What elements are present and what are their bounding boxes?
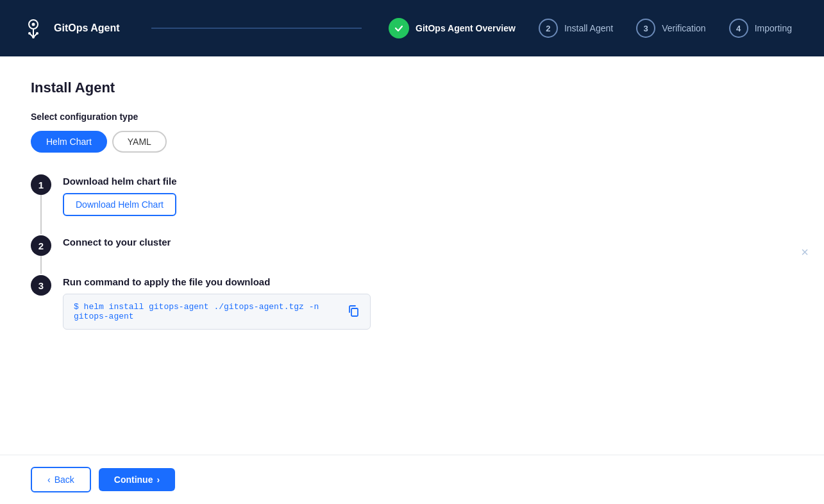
main-content: Install Agent Select configuration type … — [0, 56, 824, 455]
close-button[interactable]: × — [801, 246, 809, 258]
continue-arrow-icon: › — [156, 475, 160, 485]
modal-container: GitOps Agent GitOps Agent Overview 2 Ins… — [0, 0, 824, 504]
back-button[interactable]: ‹ Back — [31, 467, 91, 492]
step-install: 2 Install Agent — [527, 19, 625, 38]
config-toggle-group: Helm Chart YAML — [31, 131, 793, 153]
step-connector-2 — [40, 256, 42, 274]
brand-title: GitOps Agent — [54, 22, 120, 34]
continue-label: Continue — [114, 475, 153, 485]
step-verification: 3 Verification — [625, 19, 717, 38]
install-step-1: 1 Download helm chart file Download Helm… — [31, 173, 793, 234]
brand: GitOps Agent — [21, 15, 136, 41]
svg-point-6 — [36, 32, 38, 35]
step-title-1: Download helm chart file — [63, 176, 793, 187]
step-verification-circle: 3 — [636, 19, 655, 38]
continue-button[interactable]: Continue › — [99, 468, 175, 491]
install-steps-list: 1 Download helm chart file Download Helm… — [31, 173, 793, 330]
step-title-2: Connect to your cluster — [63, 237, 793, 248]
toggle-yaml[interactable]: YAML — [112, 131, 167, 153]
header-divider-line — [151, 28, 362, 29]
step-number-1: 1 — [31, 174, 51, 195]
header: GitOps Agent GitOps Agent Overview 2 Ins… — [0, 0, 824, 56]
footer: ‹ Back Continue › — [0, 455, 824, 504]
step-verification-label: Verification — [662, 23, 705, 33]
step-importing-label: Importing — [755, 23, 792, 33]
step-importing-circle: 4 — [729, 19, 748, 38]
command-text: $ helm install gitops-agent ./gitops-age… — [74, 302, 339, 321]
toggle-helm-chart[interactable]: Helm Chart — [31, 131, 107, 153]
step-install-circle: 2 — [539, 19, 558, 38]
config-type-label: Select configuration type — [31, 112, 793, 122]
download-helm-chart-button[interactable]: Download Helm Chart — [63, 193, 176, 216]
command-box: $ helm install gitops-agent ./gitops-age… — [63, 294, 371, 330]
install-step-2: 2 Connect to your cluster — [31, 234, 793, 274]
step-overview: GitOps Agent Overview — [377, 18, 527, 38]
step-check-icon — [389, 18, 409, 38]
svg-point-5 — [28, 32, 31, 35]
page-title: Install Agent — [31, 80, 793, 96]
step-content-2: Connect to your cluster — [63, 234, 793, 254]
back-arrow-icon: ‹ — [47, 475, 51, 485]
step-install-label: Install Agent — [564, 23, 613, 33]
step-number-3: 3 — [31, 275, 51, 296]
step-connector-1 — [40, 195, 42, 234]
header-steps: GitOps Agent Overview 2 Install Agent 3 … — [377, 18, 803, 38]
svg-point-7 — [32, 36, 35, 38]
step-overview-label: GitOps Agent Overview — [416, 23, 516, 33]
step-title-3: Run command to apply the file you downlo… — [63, 276, 793, 287]
gitops-agent-icon — [21, 15, 46, 41]
copy-icon[interactable] — [347, 304, 360, 320]
svg-point-1 — [32, 23, 35, 26]
back-label: Back — [55, 475, 74, 485]
step-content-1: Download helm chart file Download Helm C… — [63, 173, 793, 216]
step-number-2: 2 — [31, 235, 51, 256]
install-step-3: 3 Run command to apply the file you down… — [31, 274, 793, 330]
step-content-3: Run command to apply the file you downlo… — [63, 274, 793, 330]
svg-rect-8 — [351, 308, 358, 316]
step-importing: 4 Importing — [718, 19, 803, 38]
